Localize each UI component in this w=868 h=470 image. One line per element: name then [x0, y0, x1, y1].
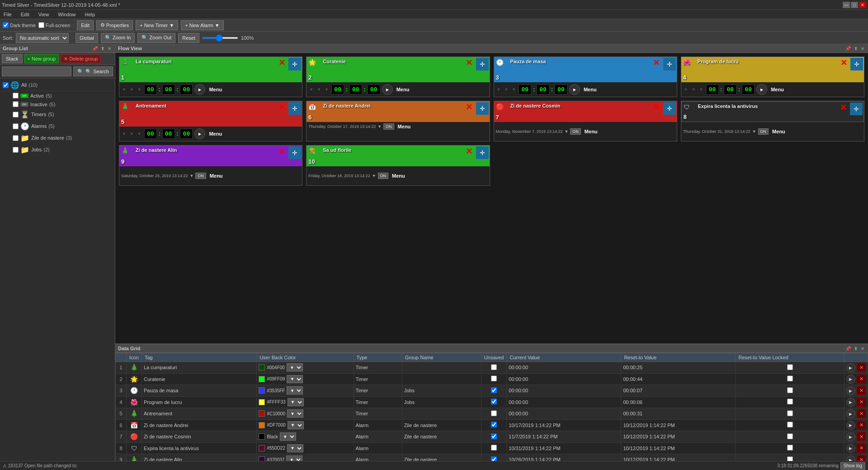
- color-dropdown-1[interactable]: ▼: [287, 363, 303, 371]
- new-timer-button[interactable]: + New Timer ▼: [136, 20, 178, 30]
- close-button[interactable]: ✕: [859, 2, 866, 8]
- minimize-button[interactable]: —: [843, 2, 850, 8]
- row-del-1[interactable]: ✕: [857, 363, 866, 372]
- row-color-2[interactable]: #09FF09 ▼: [257, 373, 354, 385]
- card-10[interactable]: 💐 Sa ud florile ✕ ✛ 10 Friday, October 1…: [306, 145, 490, 186]
- row-unsaved-7[interactable]: [481, 431, 506, 443]
- card-6-downarr[interactable]: ▼: [377, 124, 382, 129]
- locked-cb-5[interactable]: [787, 410, 793, 416]
- properties-button[interactable]: ⚙ Properties: [96, 20, 133, 30]
- dg-close-button[interactable]: ✕: [860, 346, 865, 351]
- locked-cb-8[interactable]: [787, 445, 793, 451]
- card-4-down2[interactable]: ▼: [691, 87, 697, 92]
- card-7-delete[interactable]: ✕: [651, 102, 662, 112]
- alarms-checkbox[interactable]: [13, 123, 19, 129]
- row-color-4[interactable]: #FFFF33 ▼: [257, 396, 354, 408]
- card-8-on[interactable]: ON: [758, 128, 769, 135]
- group-item-all[interactable]: 🌐 All (10): [1, 79, 114, 91]
- card-1-play[interactable]: ▶: [194, 84, 205, 95]
- card-5-menu[interactable]: Menu: [207, 130, 224, 137]
- card-2-move[interactable]: ✛: [476, 58, 489, 70]
- row-del-4[interactable]: ✕: [857, 398, 866, 407]
- locked-cb-2[interactable]: [787, 376, 793, 381]
- row-unsaved-5[interactable]: [481, 408, 506, 420]
- row-unsaved-1[interactable]: [481, 362, 506, 374]
- card-5-down3[interactable]: ▼: [137, 132, 142, 136]
- dark-theme-checkbox[interactable]: [3, 22, 9, 28]
- timers-checkbox[interactable]: [13, 112, 19, 118]
- card-9-on[interactable]: ON: [195, 173, 206, 179]
- unsaved-cb-6[interactable]: [491, 422, 497, 428]
- card-1-down1[interactable]: ▼: [121, 87, 127, 92]
- card-3-menu[interactable]: Menu: [582, 86, 599, 93]
- delete-group-button[interactable]: ✕ Delete group: [61, 54, 101, 63]
- panel-float-button[interactable]: ⬆: [100, 46, 105, 51]
- card-6-delete[interactable]: ✕: [464, 102, 475, 112]
- zoom-slider[interactable]: [202, 37, 238, 39]
- search-input[interactable]: [2, 66, 71, 76]
- dark-theme-label[interactable]: Dark theme: [3, 22, 36, 28]
- card-4-play[interactable]: ▶: [756, 84, 767, 95]
- row-locked-6[interactable]: [736, 419, 844, 431]
- row-del-6[interactable]: ✕: [857, 421, 866, 430]
- card-7-menu[interactable]: Menu: [583, 128, 599, 135]
- flow-float-button[interactable]: ⬆: [853, 46, 859, 51]
- new-group-button[interactable]: + New group: [24, 54, 59, 63]
- row-del-8[interactable]: ✕: [857, 444, 866, 453]
- unsaved-cb-7[interactable]: [491, 433, 497, 439]
- card-9[interactable]: 🎄 Zi de nastere Alin ✕ ✛ 9 Saturday, Oct…: [119, 145, 302, 186]
- card-6[interactable]: 📅 Zi de nastere Andrei ✕ ✛ 6 Thursday, O…: [306, 101, 490, 141]
- sort-select[interactable]: No automatic sort: [16, 33, 69, 43]
- panel-pin-button[interactable]: 📌: [91, 46, 99, 51]
- card-2-play[interactable]: ▶: [382, 84, 393, 95]
- unsaved-cb-4[interactable]: [491, 399, 497, 404]
- row-del-5[interactable]: ✕: [857, 409, 866, 418]
- card-3-down1[interactable]: ▼: [496, 87, 502, 92]
- color-dropdown-5[interactable]: ▼: [287, 409, 303, 418]
- row-unsaved-6[interactable]: [481, 419, 506, 431]
- row-unsaved-3[interactable]: [481, 385, 506, 397]
- color-dropdown-6[interactable]: ▼: [288, 421, 304, 429]
- row-locked-4[interactable]: [736, 396, 844, 408]
- menu-file[interactable]: File: [2, 11, 14, 18]
- row-unsaved-4[interactable]: [481, 396, 506, 408]
- card-2-delete[interactable]: ✕: [464, 58, 475, 68]
- panel-close-button[interactable]: ✕: [107, 46, 112, 51]
- card-2-down2[interactable]: ▼: [316, 87, 322, 92]
- locked-cb-3[interactable]: [787, 387, 793, 393]
- card-3[interactable]: 🕐 Pauza de masa ✕ ✛ 3 ▼ ▼ ▼ 00: [494, 56, 677, 97]
- card-10-downarr[interactable]: ▼: [372, 174, 376, 178]
- group-item-alarms[interactable]: 🕐 Alarms (5): [1, 120, 114, 132]
- group-item-inactive[interactable]: on Inactive (5): [1, 100, 114, 108]
- row-locked-7[interactable]: [736, 431, 844, 443]
- card-1-delete[interactable]: ✕: [276, 58, 287, 68]
- card-4-down3[interactable]: ▼: [698, 87, 704, 92]
- card-1-down2[interactable]: ▼: [129, 87, 135, 92]
- row-color-7[interactable]: Black ▼: [257, 431, 354, 443]
- card-1-move[interactable]: ✛: [288, 58, 301, 70]
- color-dropdown-8[interactable]: ▼: [287, 444, 303, 452]
- group-item-zile[interactable]: 📁 Zile de nastere (3): [1, 132, 114, 144]
- unsaved-cb-1[interactable]: [491, 364, 497, 370]
- fullscreen-label[interactable]: Full-screen: [38, 22, 70, 28]
- row-locked-3[interactable]: [736, 385, 844, 397]
- row-color-3[interactable]: #3535FF ▼: [257, 385, 354, 397]
- card-6-move[interactable]: ✛: [476, 102, 489, 115]
- card-7-downarr[interactable]: ▼: [564, 129, 568, 134]
- zile-checkbox[interactable]: [13, 135, 19, 141]
- locked-cb-4[interactable]: [787, 399, 793, 404]
- global-button[interactable]: Global: [75, 33, 98, 43]
- card-2-menu[interactable]: Menu: [395, 86, 411, 93]
- locked-cb-6[interactable]: [787, 422, 793, 428]
- dg-pin-button[interactable]: 📌: [844, 346, 852, 351]
- card-2-down1[interactable]: ▼: [308, 87, 314, 92]
- card-4-down1[interactable]: ▼: [683, 87, 689, 92]
- menu-edit[interactable]: Edit: [19, 11, 31, 18]
- menu-help[interactable]: Help: [83, 11, 97, 18]
- card-4-move[interactable]: ✛: [850, 58, 863, 70]
- edit-button[interactable]: Edit: [77, 20, 94, 30]
- card-2[interactable]: 🌟 Curatenie ✕ ✛ 2 ▼ ▼ ▼ 00: [306, 56, 490, 97]
- card-9-move[interactable]: ✛: [288, 146, 301, 159]
- card-3-down2[interactable]: ▼: [503, 87, 509, 92]
- row-unsaved-2[interactable]: [481, 373, 506, 385]
